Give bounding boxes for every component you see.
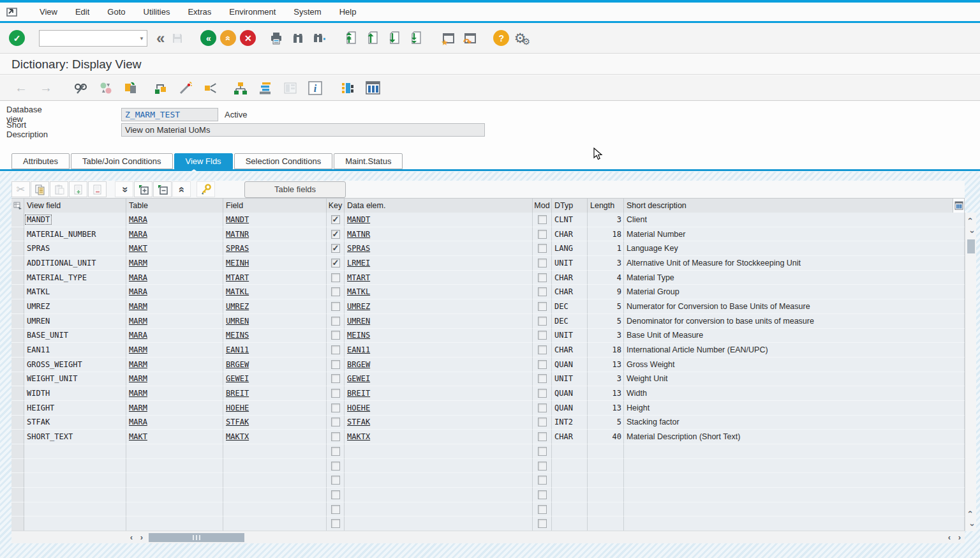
key-checkbox[interactable] <box>331 374 340 383</box>
cell-field[interactable]: MEINS <box>223 329 327 343</box>
row-selector[interactable] <box>11 241 24 256</box>
select-all-icon[interactable] <box>11 199 24 213</box>
scroll-up-icon[interactable]: ‹ <box>965 214 977 224</box>
cell-dtyp[interactable]: DEC <box>552 299 588 314</box>
row-selector[interactable] <box>11 401 24 416</box>
mod-checkbox[interactable] <box>538 505 547 514</box>
col-header-table[interactable]: Table <box>126 199 223 213</box>
mod-checkbox[interactable] <box>538 447 547 456</box>
cell-short-desc[interactable]: Alternative Unit of Measure for Stockkee… <box>624 256 965 271</box>
cell-table[interactable]: MARM <box>126 314 223 329</box>
cell-field[interactable]: SPRAS <box>223 241 327 256</box>
cell-view-field[interactable]: MATKL <box>24 285 126 299</box>
new-session-icon[interactable]: ★ <box>440 29 457 48</box>
cell-field[interactable] <box>223 473 327 488</box>
cell-short-desc[interactable]: Gross Weight <box>624 358 965 372</box>
cell-view-field[interactable]: UMREZ <box>24 299 126 314</box>
row-selector[interactable] <box>11 517 24 531</box>
cell-dtyp[interactable]: CHAR <box>552 343 588 358</box>
mod-checkbox[interactable] <box>538 259 547 268</box>
table-fields-button[interactable]: Table fields <box>244 181 346 198</box>
mod-checkbox[interactable] <box>538 418 547 426</box>
mod-checkbox[interactable] <box>538 273 547 282</box>
cell-field[interactable]: MATNR <box>223 227 327 242</box>
cell-data-elem[interactable] <box>345 473 533 488</box>
cell-dtyp[interactable] <box>552 444 588 459</box>
menu-item-view[interactable]: View <box>31 7 66 17</box>
cell-length[interactable]: 3 <box>588 256 624 271</box>
indexes-icon[interactable] <box>202 80 219 96</box>
cell-length[interactable]: 18 <box>588 227 624 242</box>
key-checkbox[interactable] <box>331 505 340 514</box>
key-checkbox[interactable] <box>331 345 340 354</box>
copy-icon[interactable] <box>31 181 49 197</box>
mod-checkbox[interactable] <box>538 519 547 528</box>
cell-data-elem[interactable] <box>345 517 533 531</box>
menu-item-utilities[interactable]: Utilities <box>135 7 179 17</box>
cell-dtyp[interactable]: QUAN <box>552 358 588 372</box>
where-used-icon[interactable] <box>152 80 169 96</box>
collapse-icon[interactable]: « <box>156 29 165 47</box>
cell-field[interactable]: MEINH <box>223 256 327 271</box>
cell-short-desc[interactable] <box>624 517 965 531</box>
row-selector[interactable] <box>11 329 24 343</box>
display-change-icon[interactable] <box>73 80 89 96</box>
key-checkbox[interactable] <box>331 389 340 398</box>
tab-maint-status[interactable]: Maint.Status <box>334 153 403 169</box>
col-header-data-elem[interactable]: Data elem. <box>345 199 533 213</box>
cell-dtyp[interactable]: CHAR <box>552 271 588 285</box>
cell-length[interactable] <box>588 444 624 459</box>
cell-view-field[interactable] <box>24 517 126 531</box>
cell-table[interactable]: MARA <box>126 271 223 285</box>
cell-field[interactable]: EAN11 <box>223 343 327 358</box>
previous-page-icon[interactable] <box>364 29 382 48</box>
cell-view-field[interactable]: WEIGHT_UNIT <box>24 372 126 387</box>
menu-item-edit[interactable]: Edit <box>66 7 98 17</box>
blocks-icon[interactable] <box>339 80 356 96</box>
mod-checkbox[interactable] <box>538 462 547 471</box>
cell-table[interactable]: MARM <box>126 386 223 401</box>
cell-data-elem[interactable]: HOEHE <box>345 401 533 416</box>
cell-short-desc[interactable]: Width <box>624 386 965 401</box>
cell-short-desc[interactable] <box>624 459 965 474</box>
cell-data-elem[interactable] <box>345 444 533 459</box>
paste-icon[interactable] <box>50 181 68 197</box>
cell-field[interactable]: MANDT <box>223 213 327 227</box>
cell-length[interactable]: 13 <box>588 358 624 372</box>
cell-dtyp[interactable]: UNIT <box>552 372 588 387</box>
cell-view-field[interactable]: EAN11 <box>24 343 126 358</box>
key-checkbox[interactable] <box>331 259 340 268</box>
cell-field[interactable]: HOEHE <box>223 401 327 416</box>
row-selector[interactable] <box>11 473 24 488</box>
col-header-dtyp[interactable]: DTyp <box>552 199 588 213</box>
mod-checkbox[interactable] <box>538 317 547 326</box>
key-icon[interactable] <box>197 181 215 197</box>
cell-field[interactable]: MTART <box>223 271 327 285</box>
cell-dtyp[interactable]: UNIT <box>552 256 588 271</box>
key-checkbox[interactable] <box>331 447 340 456</box>
scroll-down-icon-bottom[interactable]: ‹ <box>965 520 977 530</box>
insert-row-icon[interactable] <box>69 181 87 197</box>
cell-table[interactable]: MARA <box>126 213 223 227</box>
mod-checkbox[interactable] <box>538 331 547 340</box>
cell-short-desc[interactable] <box>624 444 965 459</box>
next-page-icon[interactable] <box>386 29 404 48</box>
cell-short-desc[interactable]: Client <box>624 213 965 227</box>
forward-nav-icon[interactable]: → <box>38 80 54 96</box>
vertical-scroll-thumb[interactable] <box>967 239 975 253</box>
key-checkbox[interactable] <box>331 302 340 311</box>
cell-length[interactable] <box>588 517 624 531</box>
customize-icon[interactable]: ⚙⚙ <box>513 29 531 48</box>
row-selector[interactable] <box>11 444 24 459</box>
cell-data-elem[interactable]: GEWEI <box>345 372 533 387</box>
cell-table[interactable] <box>126 444 223 459</box>
system-menu-icon[interactable] <box>6 7 19 17</box>
cell-short-desc[interactable]: Material Number <box>624 227 965 242</box>
vertical-scrollbar[interactable]: ‹ ‹ ‹ ‹ <box>965 213 976 531</box>
row-selector[interactable] <box>11 256 24 271</box>
cell-length[interactable]: 9 <box>588 285 624 299</box>
cell-short-desc[interactable]: Base Unit of Measure <box>624 329 965 343</box>
cell-table[interactable] <box>126 517 223 531</box>
cell-short-desc[interactable]: Denominator for conversion to base units… <box>624 314 965 329</box>
cell-length[interactable]: 40 <box>588 430 624 444</box>
